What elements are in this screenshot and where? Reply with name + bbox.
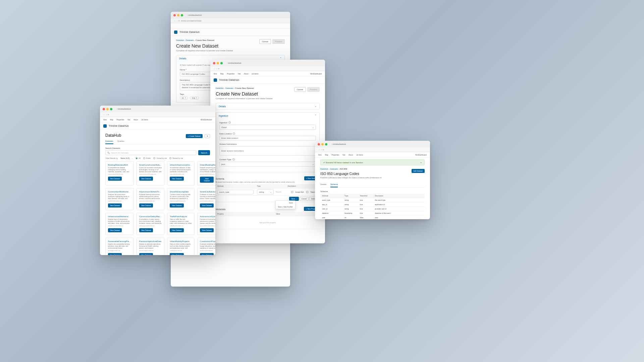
- view-dataset-button[interactable]: View Dataset: [200, 253, 214, 255]
- ingestion-header[interactable]: Ingestion⌃: [216, 113, 319, 119]
- help-icon[interactable]: ?: [228, 121, 231, 124]
- card-title[interactable]: SustainableFarmingPra…: [108, 240, 131, 242]
- preview-button[interactable]: Preview: [307, 87, 320, 92]
- browser-tab[interactable]: ◦ trimbledatahub: [331, 143, 346, 145]
- minimize-icon[interactable]: [106, 108, 109, 110]
- filter-owned[interactable]: Owned by me: [153, 157, 167, 159]
- settings-button[interactable]: ⚙: [205, 134, 210, 138]
- maximize-icon[interactable]: [220, 62, 223, 64]
- view-dataset-button[interactable]: View Dataset: [139, 203, 153, 207]
- card-title[interactable]: DroneSurveyingData: [170, 191, 192, 193]
- card-title[interactable]: TrafficFlowAnalysis: [170, 216, 192, 218]
- page-title: ISO 850 Language Codes: [320, 172, 425, 176]
- help-icon[interactable]: ?: [232, 158, 235, 161]
- browser-tab[interactable]: ◦ trimbledatahub: [227, 62, 241, 64]
- cancel-button[interactable]: Cancel: [294, 87, 306, 92]
- save-option[interactable]: Save: [276, 201, 295, 205]
- card-description: Covers an innovative construction techno…: [139, 167, 162, 172]
- search-button[interactable]: Search: [198, 150, 210, 155]
- edit-dataset-button[interactable]: ✎ Edit: [215, 177, 215, 183]
- details-panel-collapsed[interactable]: Details⌄: [216, 103, 320, 110]
- help-icon[interactable]: ?: [233, 132, 235, 135]
- create-dataset-button[interactable]: + Create Dataset: [186, 134, 203, 138]
- maximize-icon[interactable]: [181, 14, 183, 16]
- ingestion-select[interactable]: Cloud⌄: [219, 125, 316, 130]
- card-title[interactable]: ConstructionSafetyRep…: [139, 216, 162, 218]
- tab-schema[interactable]: Schema: [330, 182, 338, 187]
- view-dataset-button[interactable]: View Dataset: [139, 177, 153, 181]
- view-dataset-button[interactable]: View Dataset: [170, 177, 183, 181]
- attribute-input[interactable]: [217, 190, 254, 194]
- breadcrumb[interactable]: DataHub › Datasets › ISO 850: [320, 168, 425, 170]
- tag-chip[interactable]: lang ×: [190, 96, 199, 100]
- page-subtitle: Complete all required information to pre…: [216, 98, 320, 100]
- minimize-icon[interactable]: [321, 143, 324, 145]
- close-icon[interactable]: [318, 143, 320, 145]
- view-dataset-button[interactable]: View Dataset: [170, 203, 183, 207]
- card-description: A dataset analyzing timelines, budget al…: [200, 243, 215, 249]
- close-icon[interactable]: [103, 108, 105, 110]
- browser-tab[interactable]: ◦ trimbledatahub: [187, 14, 202, 16]
- close-banner-icon[interactable]: ×: [420, 162, 422, 164]
- cancel-button[interactable]: Cancel: [300, 197, 309, 201]
- view-dataset-button[interactable]: View Dataset: [139, 228, 153, 232]
- access-textarea[interactable]: [219, 146, 316, 156]
- save-add-option[interactable]: Save + Add Another: [276, 205, 295, 209]
- minimize-icon[interactable]: [217, 62, 219, 64]
- close-icon[interactable]: [213, 62, 215, 64]
- dataset-card: PrecisionAgricultureDataDataset on preci…: [137, 238, 165, 255]
- preview-button[interactable]: Preview: [272, 39, 285, 44]
- url-bar[interactable]: ← → ⟳: [315, 147, 430, 152]
- view-dataset-button[interactable]: View Dataset: [108, 177, 122, 181]
- card-title[interactable]: UrbanInfrastructureIns…: [170, 164, 192, 166]
- maximize-icon[interactable]: [110, 108, 112, 110]
- url-bar[interactable]: ← → ⟳: [100, 112, 215, 117]
- url-bar[interactable]: ← → ⟳ trimble.com/datahub/create: [171, 18, 290, 23]
- tab-datasets[interactable]: Datasets: [105, 139, 113, 144]
- browser-tab[interactable]: ◦ trimbledatahub: [116, 108, 131, 110]
- card-title[interactable]: PrecisionAgricultureData: [139, 240, 162, 242]
- edit-dataset-button[interactable]: Edit Dataset: [412, 169, 425, 173]
- maximize-icon[interactable]: [325, 143, 327, 145]
- view-dataset-button[interactable]: View Dataset: [200, 177, 214, 183]
- accept-null-checkbox[interactable]: Accept Null: [291, 191, 304, 193]
- view-dataset-button[interactable]: View Dataset: [170, 228, 183, 232]
- card-title[interactable]: SmartConstructionSolu…: [139, 164, 162, 166]
- view-dataset-button[interactable]: View Dataset: [108, 253, 122, 255]
- gear-icon: ⚙: [207, 135, 208, 137]
- tab-queries[interactable]: Queries: [117, 139, 124, 144]
- card-title[interactable]: AutonomousVehicleTri…: [139, 191, 162, 193]
- card-title[interactable]: SmartCitySolutions: [200, 191, 215, 193]
- filter-all[interactable]: All: [136, 157, 141, 159]
- card-title[interactable]: UrbanMobilityProjects: [170, 240, 192, 242]
- card-title[interactable]: AutonomousSystemsSa…: [200, 216, 215, 218]
- dataset-card: AutonomousVehicleTri…A dataset tracking …: [137, 188, 165, 210]
- type-select[interactable]: string⌄: [257, 189, 274, 194]
- view-dataset-button[interactable]: View Dataset: [200, 228, 214, 232]
- tab-details[interactable]: Details: [320, 182, 326, 187]
- content-type-select[interactable]: json⌄: [219, 162, 316, 167]
- view-dataset-button[interactable]: View Dataset: [108, 203, 122, 207]
- card-title[interactable]: ConstructionProjectTim…: [200, 240, 215, 242]
- location-input[interactable]: [219, 136, 316, 140]
- card-title[interactable]: InfrastructureMaintena…: [108, 216, 131, 218]
- view-dataset-button[interactable]: View Dataset: [139, 253, 153, 255]
- view-dataset-button[interactable]: View Dataset: [108, 228, 122, 232]
- filter-shared[interactable]: Shared by me: [169, 157, 183, 159]
- minimize-icon[interactable]: [177, 14, 179, 16]
- card-title[interactable]: BuildingMaterials2024: [108, 164, 131, 166]
- card-owner: greenbuild@trimble.com: [200, 173, 215, 175]
- tag-chip[interactable]: iso ×: [180, 96, 188, 100]
- sort-select[interactable]: Name (A-Z) ⌄: [121, 157, 133, 159]
- close-icon[interactable]: [173, 14, 176, 16]
- filter-public[interactable]: Public: [143, 157, 151, 159]
- cancel-button[interactable]: Cancel: [259, 39, 271, 44]
- view-dataset-button[interactable]: View Dataset: [170, 253, 183, 255]
- schema-table: Attribute Type Tokenized Description eve…: [320, 194, 425, 219]
- url-bar[interactable]: ← → ⟳: [210, 66, 325, 71]
- card-owner: safetyreports@trimble.net: [139, 225, 162, 227]
- card-title[interactable]: GreenBuildingRatings: [200, 164, 215, 166]
- card-title[interactable]: ConstructionWorkforce…: [108, 191, 131, 193]
- search-input[interactable]: 🔍 Search for datasets: [105, 150, 196, 155]
- view-dataset-button[interactable]: View Dataset: [200, 203, 214, 207]
